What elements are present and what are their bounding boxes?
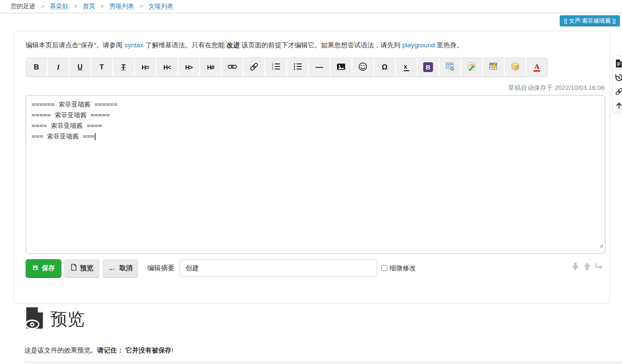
headline-lower-button[interactable]: H< (157, 58, 177, 76)
text-cursor (95, 133, 96, 140)
edittable-button[interactable] (483, 58, 504, 76)
bold-button[interactable]: B (26, 58, 47, 76)
cube-icon (510, 61, 520, 73)
bootstrap-icon: B (423, 62, 433, 72)
preview-eye-document-icon (24, 307, 45, 331)
monospace-button[interactable]: T (91, 58, 112, 76)
ordered-list-icon: 123 (271, 62, 281, 72)
editor-toolbar: B I U T T H= H< H> H# 123 — Ω x B A (26, 58, 548, 77)
underline-icon: U (78, 64, 83, 71)
backlinks-icon[interactable] (615, 87, 622, 96)
help-improve-bold: 改进 (227, 41, 240, 49)
headline-select-icon: H# (207, 64, 214, 71)
jump-icons (570, 261, 605, 272)
smiley-icon (358, 62, 368, 73)
breadcrumb: 您的足迹 > 暮染欲 > 首页 > 男喘列表 > 女喘列表 (11, 2, 173, 10)
back-to-top-icon[interactable] (615, 101, 622, 110)
smiley-button[interactable] (352, 58, 373, 76)
edit-summary-label: 编辑摘要 (147, 264, 174, 273)
minor-edit-checkbox[interactable] (381, 265, 387, 271)
headline-same-button[interactable]: H= (135, 58, 156, 76)
save-icon (32, 264, 38, 272)
edit-help-text: 编辑本页后请点击“保存”。请参阅 syntax 了解维基语法。只有在您能 改进 … (26, 41, 463, 50)
breadcrumb-link-home[interactable]: 首页 (83, 3, 95, 10)
headline-lower-icon: H< (163, 64, 171, 71)
horizontal-rule-button[interactable]: — (309, 58, 330, 76)
help-text: 该页面的前提下才编辑它。如果您想尝试语法，请先到 (240, 41, 402, 49)
internal-link-icon (227, 62, 237, 73)
show-page-icon[interactable] (615, 59, 622, 68)
monospace-icon: T (100, 64, 104, 71)
special-chars-button[interactable]: Ω (374, 58, 395, 76)
save-button[interactable]: 保存 (26, 259, 61, 277)
headline-same-icon: H= (142, 64, 149, 71)
table-settings-button[interactable] (439, 58, 460, 76)
bold-icon: B (34, 63, 39, 72)
breadcrumb-separator: > (74, 3, 77, 9)
jump-to-icon[interactable] (594, 261, 605, 272)
ordered-list-button[interactable]: 123 (265, 58, 286, 76)
note-button[interactable] (461, 58, 482, 76)
external-link-icon (249, 62, 259, 73)
preview-doc-icon (71, 264, 77, 272)
resize-grip[interactable] (598, 241, 604, 252)
underline-button[interactable]: U (70, 58, 90, 76)
jump-up-icon[interactable] (582, 261, 593, 272)
italic-icon: I (57, 63, 60, 72)
table-settings-icon (445, 61, 455, 73)
minor-edit-option: 细微修改 (381, 264, 416, 273)
page-name-button[interactable]: [[ 女声:索菲娅喵酱 ]] (560, 15, 620, 26)
cancel-button[interactable]: ←取消 (102, 259, 138, 277)
edit-summary-input[interactable] (180, 259, 377, 277)
preview-label: 预览 (80, 264, 93, 273)
preview-note-text: ! (171, 347, 173, 354)
headline-higher-icon: H> (185, 64, 192, 71)
breadcrumb-divider (0, 13, 622, 13)
horizontal-rule-icon: — (316, 63, 323, 72)
jump-down-icon[interactable] (570, 261, 581, 272)
history-icon[interactable] (615, 73, 622, 82)
note-icon (467, 61, 477, 73)
bootstrap-button[interactable]: B (418, 58, 439, 76)
struct-button[interactable] (505, 58, 526, 76)
preview-note-text: 这是该文件的效果预览。 (24, 347, 97, 354)
image-button[interactable] (331, 58, 352, 76)
help-text: 了解维基语法。只有在您能 (143, 41, 227, 49)
strikethrough-button[interactable]: T (113, 58, 134, 76)
internal-link-button[interactable] (222, 58, 243, 76)
breadcrumb-link-female-list[interactable]: 女喘列表 (148, 3, 173, 10)
wiki-editor-textarea[interactable]: ====== 索菲亚喵酱 ====== ===== 索菲亚喵酱 ===== ==… (26, 95, 605, 254)
color-picker-button[interactable]: A (526, 58, 547, 76)
preview-note-bold: 请记住： 它并没有被保存 (97, 347, 172, 354)
preview-title: 预览 (50, 307, 84, 331)
italic-button[interactable]: I (48, 58, 69, 76)
preview-button[interactable]: 预览 (64, 259, 100, 277)
color-picker-icon: A (534, 63, 540, 72)
breadcrumb-separator: > (41, 3, 44, 9)
breadcrumb-separator: > (101, 3, 104, 9)
page: 您的足迹 > 暮染欲 > 首页 > 男喘列表 > 女喘列表 [[ 女声:索菲娅喵… (0, 0, 622, 364)
strikethrough-icon: T (122, 64, 126, 71)
wiki-editor-content: ====== 索菲亚喵酱 ====== ===== 索菲亚喵酱 ===== ==… (32, 101, 117, 140)
draft-autosave-status: 草稿自动保存于 2022/10/03 16:06 (508, 84, 605, 92)
unordered-list-icon (293, 62, 302, 72)
image-icon (336, 62, 346, 73)
edit-card: 编辑本页后请点击“保存”。请参阅 syntax 了解维基语法。只有在您能 改进 … (13, 31, 610, 304)
unordered-list-button[interactable] (287, 58, 308, 76)
save-label: 保存 (42, 264, 55, 273)
headline-select-button[interactable]: H# (200, 58, 221, 76)
breadcrumb-link-muranyu[interactable]: 暮染欲 (50, 3, 69, 10)
preview-divider (24, 362, 622, 363)
svg-text:3: 3 (271, 67, 273, 70)
breadcrumb-separator: > (140, 3, 143, 9)
special-chars-icon: Ω (382, 63, 388, 72)
syntax-link[interactable]: syntax (125, 41, 144, 49)
footnote-button[interactable]: x (396, 58, 417, 76)
page-tools-panel (612, 55, 622, 113)
playground-link[interactable]: playground (402, 41, 435, 49)
footnote-icon: x (404, 63, 410, 71)
external-link-button[interactable] (244, 58, 264, 76)
headline-higher-button[interactable]: H> (178, 58, 199, 76)
preview-note: 这是该文件的效果预览。请记住： 它并没有被保存! (24, 346, 174, 355)
breadcrumb-link-male-list[interactable]: 男喘列表 (109, 3, 134, 10)
